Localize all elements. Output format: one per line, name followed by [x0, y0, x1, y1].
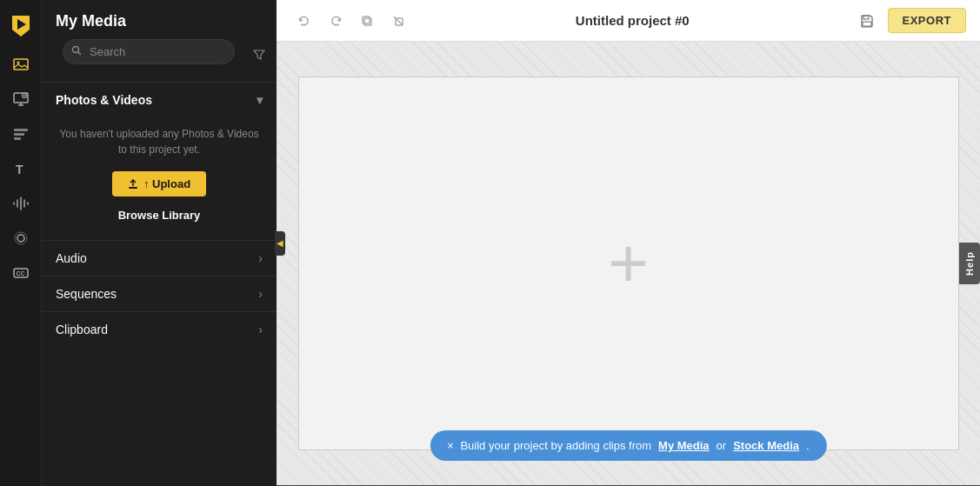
photos-videos-label: Photos & Videos — [56, 93, 152, 107]
sidebar-item-audio[interactable] — [5, 188, 37, 219]
sidebar-title: My Media — [42, 0, 277, 39]
photos-videos-chevron: ▾ — [257, 93, 263, 107]
clipboard-label: Clipboard — [56, 323, 108, 336]
export-button[interactable]: EXPORT — [888, 8, 966, 33]
clipboard-section[interactable]: Clipboard › — [42, 311, 277, 347]
svg-point-8 — [23, 95, 25, 97]
canvas-stage[interactable]: + — [298, 77, 959, 450]
svg-rect-10 — [14, 133, 24, 136]
photos-videos-empty-text: You haven't uploaded any Photos & Videos… — [56, 126, 263, 157]
top-toolbar: Untitled project #0 EXPORT — [277, 0, 980, 42]
search-input[interactable] — [63, 39, 235, 64]
toast-separator: or — [717, 439, 727, 452]
photos-videos-section: Photos & Videos ▾ You haven't uploaded a… — [42, 82, 277, 240]
save-button[interactable] — [853, 7, 881, 35]
toast-notification: × Build your project by adding clips fro… — [430, 430, 826, 461]
browse-library-link[interactable]: Browse Library — [118, 209, 201, 222]
svg-text:T: T — [16, 163, 23, 176]
svg-rect-19 — [129, 187, 137, 189]
audio-chevron: › — [258, 251, 263, 265]
main-area: Untitled project #0 EXPORT + × Build you… — [277, 0, 980, 486]
toast-text: Build your project by adding clips from — [460, 439, 651, 452]
sidebar-collapse-handle[interactable]: ◀ — [275, 231, 285, 256]
filter-icon[interactable] — [252, 48, 266, 64]
app-logo — [7, 10, 35, 38]
icon-bar: T CC — [0, 0, 42, 486]
upload-button[interactable]: ↑ Upload — [112, 171, 206, 196]
search-icon — [71, 45, 82, 58]
duplicate-button[interactable] — [353, 7, 381, 35]
canvas-add-icon[interactable]: + — [608, 229, 649, 298]
sidebar-item-captions[interactable]: CC — [5, 257, 37, 289]
toast-stock-media-link[interactable]: Stock Media — [733, 439, 799, 452]
delete-button[interactable] — [384, 7, 412, 35]
svg-point-17 — [73, 47, 79, 53]
svg-rect-2 — [14, 59, 28, 70]
svg-rect-25 — [863, 22, 871, 26]
help-tab[interactable]: Help — [959, 243, 980, 284]
svg-rect-11 — [14, 137, 21, 140]
svg-text:CC: CC — [16, 270, 24, 276]
photos-videos-header[interactable]: Photos & Videos ▾ — [42, 83, 277, 117]
svg-point-3 — [17, 62, 19, 64]
sidebar-item-media[interactable] — [5, 49, 37, 80]
sidebar-item-sequences[interactable] — [5, 118, 37, 150]
sequences-label: Sequences — [56, 287, 117, 301]
sequences-section[interactable]: Sequences › — [42, 276, 277, 311]
canvas-area: + × Build your project by adding clips f… — [277, 42, 980, 485]
sidebar-item-effects[interactable] — [5, 223, 37, 254]
toolbar-right: EXPORT — [853, 7, 966, 35]
svg-point-14 — [15, 232, 27, 244]
svg-rect-21 — [363, 17, 370, 23]
audio-label: Audio — [56, 251, 87, 265]
sequences-chevron: › — [258, 287, 263, 301]
svg-line-18 — [78, 52, 82, 56]
redo-button[interactable] — [322, 7, 350, 35]
sidebar-item-text[interactable]: T — [5, 153, 37, 184]
clipboard-chevron: › — [258, 323, 263, 336]
svg-rect-20 — [364, 18, 371, 25]
photos-videos-content: You haven't uploaded any Photos & Videos… — [42, 117, 277, 240]
audio-section[interactable]: Audio › — [42, 240, 277, 276]
svg-rect-24 — [863, 16, 869, 19]
toast-close-button[interactable]: × — [447, 440, 453, 452]
sidebar-item-screen-record[interactable] — [5, 83, 37, 115]
toast-my-media-link[interactable]: My Media — [658, 439, 710, 452]
svg-point-13 — [17, 235, 24, 242]
collapse-icon: ◀ — [277, 238, 283, 248]
sidebar: My Media Photos & Videos ▾ You haven't u… — [42, 0, 277, 486]
project-title: Untitled project #0 — [416, 13, 850, 28]
upload-label: ↑ Upload — [143, 177, 190, 190]
toast-end: . — [806, 439, 810, 452]
undo-button[interactable] — [290, 7, 318, 35]
svg-rect-9 — [14, 129, 28, 131]
